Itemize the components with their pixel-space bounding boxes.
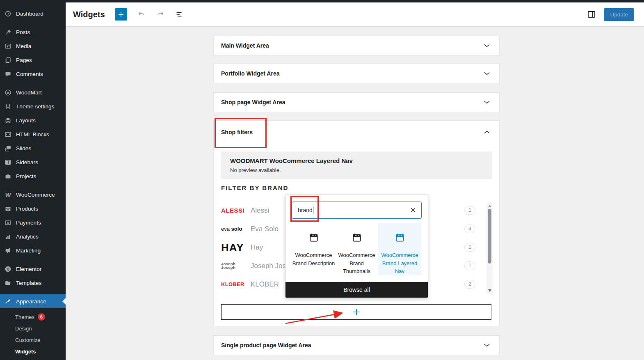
pin-icon xyxy=(4,28,12,36)
list-view-icon xyxy=(175,10,184,19)
block-appender[interactable] xyxy=(221,304,491,320)
settings-panel-toggle[interactable] xyxy=(587,9,596,19)
briefcase-icon xyxy=(4,172,12,180)
sidebar-item-html-blocks[interactable]: HTML Blocks xyxy=(0,127,66,141)
panel-title: Main Widget Area xyxy=(221,42,482,49)
text-caret xyxy=(313,206,313,214)
brand-count-badge: 2 xyxy=(464,280,475,289)
scrollbar-thumb[interactable] xyxy=(488,209,491,264)
sidebar-item-label: Sidebars xyxy=(16,159,38,165)
sidebar-item-label: Theme settings xyxy=(16,103,55,110)
slides-icon xyxy=(4,144,12,152)
sidebar-item-sidebars[interactable]: Sidebars xyxy=(0,155,66,169)
sidebar-item-analytics[interactable]: Analytics xyxy=(0,229,66,243)
brand-widget-icon xyxy=(395,232,405,245)
sidebar-item-elementor[interactable]: Elementor xyxy=(0,262,66,276)
scroll-up-arrow[interactable] xyxy=(488,205,491,207)
undo-icon xyxy=(137,10,146,19)
sidebar-item-marketing[interactable]: Marketing xyxy=(0,243,66,257)
submenu-label: Design xyxy=(15,326,32,332)
brand-name: KLÖBER xyxy=(251,280,279,289)
brand-count-badge: 1 xyxy=(464,261,475,270)
page-title: Widgets xyxy=(73,10,105,19)
comment-icon xyxy=(4,70,12,78)
sidebar-item-label: Analytics xyxy=(16,234,39,240)
sidebar-item-media[interactable]: Media xyxy=(0,39,66,53)
sidebar-item-pages[interactable]: Pages xyxy=(0,53,66,67)
sidebar-item-templates[interactable]: Templates xyxy=(0,276,66,290)
inserter-results: WooCommerce Brand Description WooCommerc… xyxy=(292,223,421,275)
dollar-icon: $ xyxy=(4,219,12,226)
klober-logo: KLÖBER xyxy=(221,281,251,287)
update-button[interactable]: Update xyxy=(604,8,634,21)
joseph-joseph-logo: JosephJoseph xyxy=(221,262,251,269)
panel-title: Portfolio Widget Area xyxy=(221,70,482,77)
block-inserter-popup: brand WooCommerce Brand Description WooC… xyxy=(285,195,428,298)
sidebar-item-woocommerce[interactable]: W WooCommerce xyxy=(0,188,66,202)
browse-all-button[interactable]: Browse all xyxy=(285,282,428,298)
plus-icon xyxy=(352,307,361,317)
sidebar-item-slides[interactable]: Slides xyxy=(0,141,66,155)
result-woocommerce-brand-layered-nav[interactable]: WooCommerce Brand Layered Nav xyxy=(378,223,421,275)
inserter-search-input[interactable]: brand xyxy=(292,202,422,219)
scroll-down-arrow[interactable] xyxy=(488,289,491,292)
undo-button[interactable] xyxy=(137,10,146,19)
media-icon xyxy=(4,42,12,50)
panel-main-widget-area[interactable]: Main Widget Area xyxy=(213,36,500,55)
submenu-item-customize[interactable]: Customize xyxy=(0,334,66,346)
panel-title: Shop page Widget Area xyxy=(221,99,482,105)
sidebar-item-label: Projects xyxy=(16,173,36,179)
dashboard-icon xyxy=(4,10,12,17)
submenu-item-themes[interactable]: Themes 6 xyxy=(0,311,66,323)
sidebar-item-layouts[interactable]: Layouts xyxy=(0,113,66,127)
current-menu-arrow xyxy=(62,298,66,305)
brand-list-scrollbar[interactable] xyxy=(486,203,493,294)
sidebar-item-posts[interactable]: Posts xyxy=(0,25,66,39)
clear-search-button[interactable] xyxy=(410,207,416,213)
sidebar-item-label: Layouts xyxy=(16,117,36,124)
no-preview-note: No preview available. xyxy=(230,167,483,173)
plus-icon xyxy=(117,11,125,18)
bar-chart-icon xyxy=(4,233,12,240)
panel-shop-page-widget-area[interactable]: Shop page Widget Area xyxy=(213,92,500,112)
sidebar-item-payments[interactable]: $ Payments xyxy=(0,216,66,229)
chevron-down-icon xyxy=(482,41,492,50)
alessi-logo: ALESSI xyxy=(221,207,251,214)
sidebar-item-theme-settings[interactable]: Theme settings xyxy=(0,99,66,113)
brand-name: Hay xyxy=(251,243,263,252)
sidebars-icon xyxy=(4,158,12,166)
result-woocommerce-brand-thumbnails[interactable]: WooCommerce Brand Thumbnails xyxy=(335,223,378,275)
wordpress-widgets-screen: Dashboard Posts Media Pages Comments Woo… xyxy=(0,0,644,360)
sidebar-item-label: Payments xyxy=(16,220,41,226)
sidebar-item-label: Products xyxy=(16,206,38,212)
woodmart-icon xyxy=(4,89,12,96)
sidebar-item-woodmart[interactable]: WoodMart xyxy=(0,85,66,99)
list-view-button[interactable] xyxy=(175,10,184,19)
sidebar-panel-icon xyxy=(587,9,596,19)
layers-icon xyxy=(4,117,12,124)
sidebar-item-label: Posts xyxy=(16,29,30,35)
sidebar-item-label: Dashboard xyxy=(16,11,43,17)
sidebar-item-label: Elementor xyxy=(16,266,41,272)
redo-button[interactable] xyxy=(156,10,165,19)
search-value: brand xyxy=(298,207,313,213)
panel-portfolio-widget-area[interactable]: Portfolio Widget Area xyxy=(213,64,500,83)
add-block-button[interactable] xyxy=(115,8,127,21)
submenu-item-widgets[interactable]: Widgets xyxy=(0,346,66,357)
megaphone-icon xyxy=(4,247,12,254)
brand-count-badge: 4 xyxy=(464,225,475,233)
panel-single-product-widget-area[interactable]: Single product page Widget Area xyxy=(213,335,500,355)
sidebar-item-appearance[interactable]: Appearance xyxy=(0,294,66,308)
folder-icon xyxy=(4,279,12,287)
sidebar-item-products[interactable]: Products xyxy=(0,202,66,216)
submenu-item-design[interactable]: Design xyxy=(0,323,66,334)
sidebar-item-label: Marketing xyxy=(16,248,41,254)
panel-title: Shop filters xyxy=(221,129,482,135)
result-woocommerce-brand-description[interactable]: WooCommerce Brand Description xyxy=(292,223,335,275)
sidebar-item-comments[interactable]: Comments xyxy=(0,67,66,81)
sidebar-item-projects[interactable]: Projects xyxy=(0,169,66,183)
sidebar-item-dashboard[interactable]: Dashboard xyxy=(0,7,66,21)
sidebar-item-label: Media xyxy=(16,43,31,49)
svg-text:$: $ xyxy=(7,221,9,225)
shop-filters-header[interactable]: Shop filters xyxy=(214,121,499,144)
